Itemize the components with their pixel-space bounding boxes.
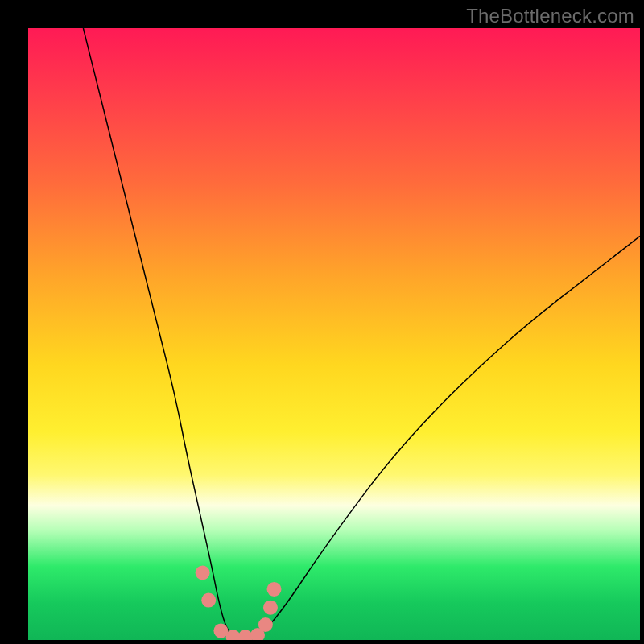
trough-marker-dot (267, 582, 282, 597)
plot-area (28, 28, 640, 640)
trough-markers (196, 565, 282, 640)
trough-marker-dot (201, 593, 216, 608)
chart-svg (28, 28, 640, 640)
v-curve-path (83, 28, 640, 640)
chart-frame: TheBottleneck.com (0, 0, 644, 644)
v-curve (83, 28, 640, 640)
trough-marker-dot (196, 565, 210, 580)
watermark-label: TheBottleneck.com (466, 5, 634, 27)
trough-marker-dot (263, 601, 278, 615)
trough-marker-dot (258, 617, 273, 632)
